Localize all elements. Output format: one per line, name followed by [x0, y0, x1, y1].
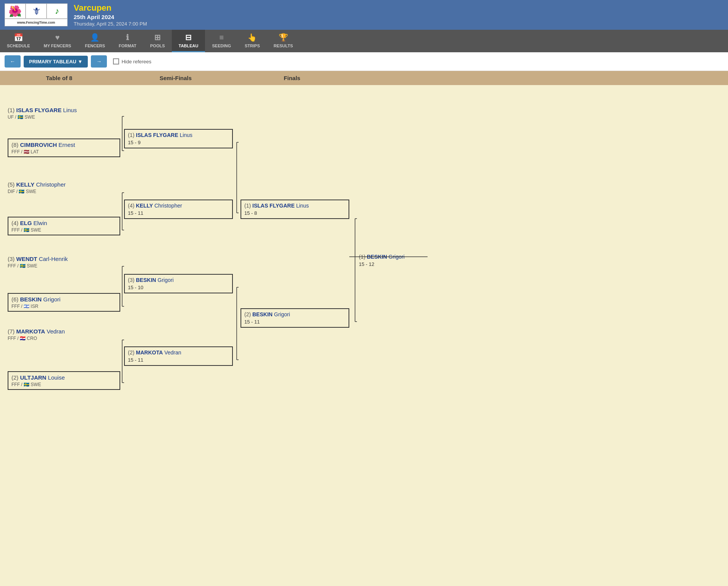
hide-referees-label: Hide referees: [121, 59, 151, 64]
final-winner: (1) BESKIN Grigori 15 - 12: [359, 253, 405, 268]
r3-match-1: (1) ISLAS FLYGARE Linus 15 - 8: [241, 200, 349, 219]
nav: 📅 SCHEDULE ♥ MY FENCERS 👤 FENCERS ℹ FORM…: [0, 30, 728, 52]
nav-schedule[interactable]: 📅 SCHEDULE: [0, 30, 37, 52]
logo-area: 🌺 🗡 ♪ www.FencingTime.com: [5, 3, 68, 26]
r3-match-2: (2) BESKIN Grigori 15 - 11: [241, 308, 349, 328]
fencer-4-box: (4) ELG Elwin FFF / 🇸🇪 SWE: [8, 217, 120, 235]
list-icon: ≡: [219, 33, 224, 42]
primary-tableau-button[interactable]: PRIMARY TABLEAU ▼: [24, 56, 88, 68]
fencer-1: (1) ISLAS FLYGARE Linus UF / 🇸🇪 SWE: [8, 106, 77, 120]
r2-match-1: (1) ISLAS FLYGARE Linus 15 - 9: [124, 129, 233, 148]
fencer-7: (7) MARKOTA Vedran FFF / 🇭🇷 CRO: [8, 327, 65, 341]
nav-fencers[interactable]: 👤 FENCERS: [78, 30, 112, 52]
logo-cell-3: ♪: [47, 3, 68, 19]
fencer-8-box: (8) CIMBROVICH Ernest FFF / 🇱🇻 LAT: [8, 138, 120, 157]
toolbar: ← PRIMARY TABLEAU ▼ → Hide referees: [0, 52, 728, 71]
info-icon: ℹ: [126, 33, 129, 42]
col-header-finals: Finals: [233, 71, 351, 85]
event-datetime: Thursday, April 25, 2024 7:00 PM: [74, 21, 147, 27]
logo-url: www.FencingTime.com: [5, 19, 68, 26]
fencer-5: (5) KELLY Christopher DIF / 🇸🇪 SWE: [8, 180, 66, 195]
col-header-table-of-8: Table of 8: [0, 71, 118, 85]
nav-tableau[interactable]: ⊟ TABLEAU: [172, 30, 205, 52]
touch-icon: 👆: [247, 33, 257, 42]
fencer-3: (3) WENDT Carl-Henrik FFF / 🇸🇪 SWE: [8, 255, 68, 269]
header: 🌺 🗡 ♪ www.FencingTime.com Varcupen 25th …: [0, 0, 728, 30]
logo-cell-1: 🌺: [5, 3, 26, 19]
event-title: Varcupen: [74, 3, 147, 13]
schedule-icon: 📅: [14, 33, 23, 42]
col-header-winner: [351, 71, 728, 85]
tableau-icon: ⊟: [185, 33, 192, 42]
heart-icon: ♥: [55, 33, 60, 42]
event-date: 25th April 2024: [74, 14, 147, 20]
nav-format[interactable]: ℹ FORMAT: [112, 30, 143, 52]
header-info: Varcupen 25th April 2024 Thursday, April…: [74, 3, 147, 27]
logo-cell-2: 🗡: [26, 3, 47, 19]
r2-match-3: (3) BESKIN Grigori 15 - 10: [124, 274, 233, 293]
fencer-6-box: (6) BESKIN Grigori FFF / 🇮🇱 ISR: [8, 293, 120, 312]
column-headers: Table of 8 Semi-Finals Finals: [0, 71, 728, 85]
nav-my-fencers[interactable]: ♥ MY FENCERS: [37, 30, 78, 52]
hide-referees-checkbox[interactable]: [113, 58, 119, 64]
grid-icon: ⊞: [154, 33, 161, 42]
nav-results[interactable]: 🏆 RESULTS: [267, 30, 300, 52]
fencer-2-box: (2) ULTJARN Louise FFF / 🇸🇪 SWE: [8, 371, 120, 390]
tableau-area: (1) ISLAS FLYGARE Linus UF / 🇸🇪 SWE (8) …: [0, 85, 728, 543]
nav-strips[interactable]: 👆 STRIPS: [238, 30, 267, 52]
nav-pools[interactable]: ⊞ POOLS: [143, 30, 172, 52]
back-button[interactable]: ←: [5, 55, 21, 68]
trophy-icon: 🏆: [279, 33, 288, 42]
nav-seeding[interactable]: ≡ SEEDING: [205, 30, 238, 52]
r2-match-4: (2) MARKOTA Vedran 15 - 11: [124, 346, 233, 366]
person-icon: 👤: [90, 33, 100, 42]
col-header-semi-finals: Semi-Finals: [118, 71, 233, 85]
r2-match-2: (4) KELLY Christopher 15 - 11: [124, 200, 233, 219]
forward-button[interactable]: →: [91, 55, 107, 68]
hide-referees-toggle[interactable]: Hide referees: [113, 58, 151, 64]
